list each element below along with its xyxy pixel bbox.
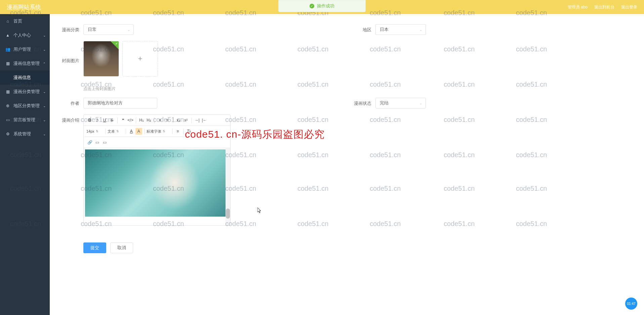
editor-toolbar-3: 🔗 ▭ ▭	[84, 137, 230, 148]
select-value: 日本	[380, 27, 389, 33]
superscript-button[interactable]: x²	[183, 117, 189, 124]
app-title: 漫画网站系统	[7, 3, 41, 11]
exit-console-link[interactable]: 退出到前台	[594, 4, 614, 10]
image-button[interactable]: ▭	[94, 139, 100, 146]
upload-hint: 点击上传封面图片	[83, 86, 634, 92]
quote-button[interactable]: ❝	[120, 117, 126, 124]
sidebar-item-home[interactable]: ⌂ 首页	[0, 14, 50, 28]
plus-icon: +	[138, 54, 143, 63]
sidebar-item-label: 系统管理	[13, 131, 31, 137]
sidebar: ⌂ 首页 ▲ 个人中心 ⌄ 👥 用户管理 ⌄ ▦ 漫画信息管理 ⌄ 漫画信息 ▦…	[0, 14, 50, 315]
sidebar-subitem-comic-info[interactable]: 漫画信息	[0, 71, 50, 85]
success-toast: ✓ 操作成功	[278, 0, 366, 12]
cover-label: 封面图片	[50, 41, 83, 64]
region-select[interactable]: 日本 ⌄	[375, 24, 426, 35]
sidebar-item-region[interactable]: ⊕ 地区分类管理 ⌄	[0, 99, 50, 113]
sidebar-item-label: 首页	[13, 18, 22, 24]
select-value: 日常	[88, 27, 96, 33]
author-input[interactable]	[83, 98, 157, 108]
cancel-button[interactable]: 取消	[110, 242, 133, 253]
toast-text: 操作成功	[317, 3, 334, 9]
ul-button[interactable]: ≡	[164, 117, 171, 124]
italic-button[interactable]: I	[94, 117, 100, 124]
editor-body[interactable]	[84, 148, 230, 225]
scroll-thumb[interactable]	[226, 209, 230, 219]
sidebar-item-label: 漫画分类管理	[13, 89, 40, 95]
editor-scrollbar[interactable]	[226, 148, 230, 225]
bg-color-button[interactable]: A	[135, 128, 142, 135]
user-icon: ▲	[5, 33, 10, 38]
clear-format-button[interactable]: Tx	[186, 128, 192, 135]
category-select[interactable]: 日常 ⌄	[83, 24, 134, 35]
timer-badge: 01:47	[625, 298, 637, 310]
chevron-down-icon: ⌄	[419, 28, 422, 32]
editor-image	[85, 149, 229, 217]
sidebar-item-system[interactable]: ⚙ 系统管理 ⌄	[0, 127, 50, 141]
sidebar-item-comic-category[interactable]: ▦ 漫画分类管理 ⌄	[0, 85, 50, 99]
category-label: 漫画分类	[50, 24, 83, 33]
cover-thumbnail[interactable]	[83, 41, 119, 77]
chevron-down-icon: ⌄	[419, 101, 422, 105]
success-icon: ✓	[310, 4, 314, 8]
sidebar-item-label: 个人中心	[13, 32, 31, 38]
admin-label[interactable]: 管理员 abo	[568, 4, 588, 10]
region-label: 地区	[342, 24, 375, 33]
status-select[interactable]: 完结 ⌄	[375, 98, 426, 108]
ol-button[interactable]: ≡	[157, 117, 163, 124]
sidebar-item-label: 地区分类管理	[13, 103, 40, 109]
select-value: 完结	[380, 100, 389, 106]
sidebar-item-comic-info[interactable]: ▦ 漫画信息管理 ⌄	[0, 56, 50, 71]
submit-button[interactable]: 提交	[83, 242, 106, 253]
check-icon	[111, 41, 119, 49]
chevron-down-icon: ⌄	[43, 90, 46, 94]
sidebar-item-profile[interactable]: ▲ 个人中心 ⌄	[0, 28, 50, 42]
sidebar-item-label: 留言板管理	[13, 117, 35, 123]
chevron-down-icon: ⌄	[43, 118, 46, 122]
users-icon: 👥	[5, 47, 10, 52]
h1-button[interactable]: H₁	[138, 117, 145, 124]
format-select[interactable]: 文本	[108, 129, 124, 134]
author-label: 作者	[50, 98, 83, 106]
grid-icon: ▦	[5, 89, 10, 94]
bold-button[interactable]: B	[86, 117, 93, 124]
align-button[interactable]: ≡	[174, 128, 181, 135]
grid-icon: ▦	[5, 61, 10, 66]
underline-button[interactable]: U	[101, 117, 108, 124]
subscript-button[interactable]: x₂	[175, 117, 182, 124]
chevron-down-icon: ⌄	[43, 34, 46, 37]
sidebar-item-message[interactable]: ▭ 留言板管理 ⌄	[0, 113, 50, 127]
chat-icon: ▭	[5, 118, 10, 122]
status-label: 漫画状态	[342, 98, 375, 106]
sidebar-item-label: 用户管理	[13, 46, 31, 52]
font-family-select[interactable]: 标准字体	[147, 129, 170, 134]
sidebar-item-users[interactable]: 👥 用户管理 ⌄	[0, 42, 50, 56]
chevron-down-icon: ⌄	[43, 132, 46, 136]
chevron-down-icon: ⌄	[43, 104, 46, 108]
home-icon: ⌂	[5, 19, 10, 24]
video-button[interactable]: ▭	[101, 139, 108, 146]
gear-icon: ⚙	[5, 132, 10, 136]
link-button[interactable]: 🔗	[86, 139, 93, 146]
chevron-up-icon: ⌄	[43, 62, 46, 65]
intro-label: 漫画介绍	[50, 115, 83, 123]
chevron-down-icon: ⌄	[127, 28, 130, 32]
h2-button[interactable]: H₂	[146, 117, 152, 124]
chevron-down-icon: ⌄	[43, 48, 46, 51]
outdent-button[interactable]: |←	[201, 117, 208, 124]
logout-link[interactable]: 退出登录	[621, 4, 637, 10]
main-content: 漫画分类 日常 ⌄ 地区 日本 ⌄ 封面图片	[50, 14, 644, 315]
text-color-button[interactable]: A	[128, 128, 135, 135]
font-size-select[interactable]: 14px	[86, 129, 103, 133]
rich-text-editor: B I U S ❝ </> H₁ H₂ ≡ ≡ x₂	[83, 115, 231, 226]
strike-button[interactable]: S	[109, 117, 115, 124]
code-button[interactable]: </>	[127, 117, 134, 124]
editor-toolbar-2: 14px 文本 A A 标准字体 ≡ Tx	[84, 126, 230, 137]
indent-button[interactable]: →|	[194, 117, 200, 124]
upload-add-button[interactable]: +	[122, 41, 158, 77]
globe-icon: ⊕	[5, 103, 10, 108]
sidebar-item-label: 漫画信息管理	[13, 60, 40, 66]
editor-toolbar: B I U S ❝ </> H₁ H₂ ≡ ≡ x₂	[84, 115, 230, 126]
